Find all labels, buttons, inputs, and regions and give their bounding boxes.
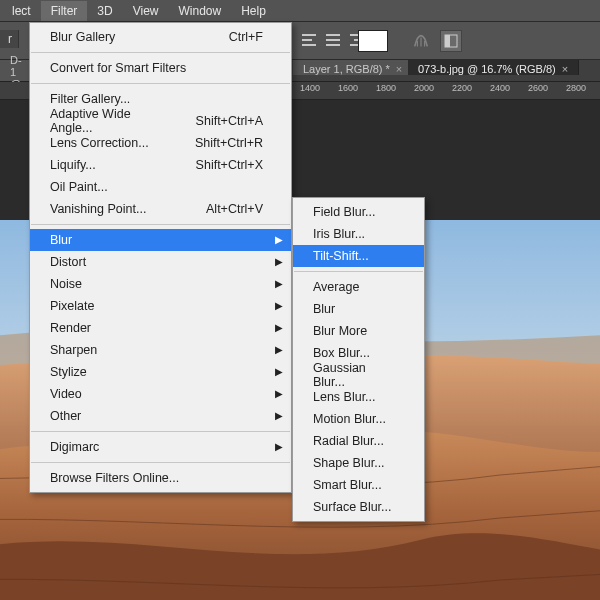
menu-separator xyxy=(31,462,290,463)
menu-item-pixelate[interactable]: Pixelate▶ xyxy=(30,295,291,317)
menu-item-browse-online[interactable]: Browse Filters Online... xyxy=(30,467,291,489)
menu-separator xyxy=(31,83,290,84)
align-left-icon[interactable] xyxy=(302,28,320,52)
menu-item-digimarc[interactable]: Digimarc▶ xyxy=(30,436,291,458)
warp-text-icon[interactable] xyxy=(412,30,430,52)
menu-item-liquify[interactable]: Liquify...Shift+Ctrl+X xyxy=(30,154,291,176)
menu-item-distort[interactable]: Distort▶ xyxy=(30,251,291,273)
menu-item-blur-more[interactable]: Blur More xyxy=(293,320,424,342)
menu-item-label: Browse Filters Online... xyxy=(50,471,179,485)
menu-item-video[interactable]: Video▶ xyxy=(30,383,291,405)
close-icon[interactable]: × xyxy=(562,63,568,75)
menu-item-render[interactable]: Render▶ xyxy=(30,317,291,339)
menu-item-field-blur[interactable]: Field Blur... xyxy=(293,201,424,223)
menu-item-label: Shape Blur... xyxy=(313,456,385,470)
menu-separator xyxy=(294,271,423,272)
menu-item-smart-blur[interactable]: Smart Blur... xyxy=(293,474,424,496)
text-align-group xyxy=(302,28,364,52)
menu-view[interactable]: View xyxy=(123,1,169,21)
blur-submenu: Field Blur... Iris Blur... Tilt-Shift...… xyxy=(292,197,425,522)
menu-window[interactable]: Window xyxy=(169,1,232,21)
ruler-tick-label: 2600 xyxy=(528,83,548,93)
menu-item-label: Noise xyxy=(50,277,82,291)
menu-item-label: Lens Blur... xyxy=(313,390,376,404)
ruler-tick-label: 2200 xyxy=(452,83,472,93)
menu-separator xyxy=(31,224,290,225)
menu-item-shortcut: Shift+Ctrl+R xyxy=(171,136,263,150)
svg-rect-1 xyxy=(445,35,450,47)
menu-item-last-filter[interactable]: Blur Gallery Ctrl+F xyxy=(30,26,291,48)
menu-item-tilt-shift[interactable]: Tilt-Shift... xyxy=(293,245,424,267)
menu-item-iris-blur[interactable]: Iris Blur... xyxy=(293,223,424,245)
menu-item-label: Video xyxy=(50,387,82,401)
menu-item-average[interactable]: Average xyxy=(293,276,424,298)
menu-item-label: Other xyxy=(50,409,81,423)
menu-separator xyxy=(31,431,290,432)
menu-item-label: Filter Gallery... xyxy=(50,92,130,106)
ruler-tick-label: 2000 xyxy=(414,83,434,93)
tab-label: 073-b.jpg @ 16.7% (RGB/8) xyxy=(418,63,556,75)
menu-item-gaussian-blur[interactable]: Gaussian Blur... xyxy=(293,364,424,386)
menu-item-label: Field Blur... xyxy=(313,205,376,219)
menu-item-label: Gaussian Blur... xyxy=(313,361,396,389)
menu-item-label: Distort xyxy=(50,255,86,269)
menu-item-blur[interactable]: Blur xyxy=(293,298,424,320)
menu-item-label: Box Blur... xyxy=(313,346,370,360)
menu-item-label: Smart Blur... xyxy=(313,478,382,492)
menu-item-label: Motion Blur... xyxy=(313,412,386,426)
menu-item-blur[interactable]: Blur▶ xyxy=(30,229,291,251)
ruler-tick-label: 2400 xyxy=(490,83,510,93)
document-tab[interactable]: D-1 @ xyxy=(0,60,30,81)
menu-item-label: Surface Blur... xyxy=(313,500,392,514)
menu-item-label: Tilt-Shift... xyxy=(313,249,369,263)
menu-item-noise[interactable]: Noise▶ xyxy=(30,273,291,295)
close-icon[interactable]: × xyxy=(396,63,402,75)
menu-item-adaptive-wide-angle[interactable]: Adaptive Wide Angle...Shift+Ctrl+A xyxy=(30,110,291,132)
ruler-tick-label: 1600 xyxy=(338,83,358,93)
menu-item-lens-correction[interactable]: Lens Correction...Shift+Ctrl+R xyxy=(30,132,291,154)
menu-item-motion-blur[interactable]: Motion Blur... xyxy=(293,408,424,430)
menu-item-sharpen[interactable]: Sharpen▶ xyxy=(30,339,291,361)
menu-bar: lect Filter 3D View Window Help xyxy=(0,0,600,22)
menu-item-convert-smart[interactable]: Convert for Smart Filters xyxy=(30,57,291,79)
menu-item-label: Blur xyxy=(313,302,335,316)
submenu-arrow-icon: ▶ xyxy=(275,410,283,421)
menu-item-label: Liquify... xyxy=(50,158,96,172)
document-tab[interactable]: 073-b.jpg @ 16.7% (RGB/8) × xyxy=(408,60,579,75)
menu-item-label: Oil Paint... xyxy=(50,180,108,194)
submenu-arrow-icon: ▶ xyxy=(275,234,283,245)
menu-item-label: Render xyxy=(50,321,91,335)
submenu-arrow-icon: ▶ xyxy=(275,344,283,355)
ruler-tick-label: 1400 xyxy=(300,83,320,93)
menu-3d[interactable]: 3D xyxy=(87,1,122,21)
menu-help[interactable]: Help xyxy=(231,1,276,21)
ruler-tick-label: 1800 xyxy=(376,83,396,93)
align-center-icon[interactable] xyxy=(324,28,342,52)
toggle-panels-icon[interactable] xyxy=(440,30,462,52)
tab-label: Layer 1, RGB/8) * xyxy=(303,63,390,75)
submenu-arrow-icon: ▶ xyxy=(275,300,283,311)
menu-item-label: Sharpen xyxy=(50,343,97,357)
submenu-arrow-icon: ▶ xyxy=(275,441,283,452)
document-tab[interactable]: Layer 1, RGB/8) * × xyxy=(293,60,413,75)
menu-item-shape-blur[interactable]: Shape Blur... xyxy=(293,452,424,474)
ruler-tick-label: 2800 xyxy=(566,83,586,93)
menu-item-label: Iris Blur... xyxy=(313,227,365,241)
menu-filter[interactable]: Filter xyxy=(41,1,88,21)
menu-item-shortcut: Shift+Ctrl+A xyxy=(172,114,263,128)
menu-select[interactable]: lect xyxy=(2,1,41,21)
menu-separator xyxy=(31,52,290,53)
menu-item-label: Pixelate xyxy=(50,299,94,313)
menu-item-other[interactable]: Other▶ xyxy=(30,405,291,427)
color-swatch[interactable] xyxy=(358,30,388,52)
menu-item-label: Adaptive Wide Angle... xyxy=(50,107,172,135)
menu-item-radial-blur[interactable]: Radial Blur... xyxy=(293,430,424,452)
menu-item-stylize[interactable]: Stylize▶ xyxy=(30,361,291,383)
menu-item-vanishing-point[interactable]: Vanishing Point...Alt+Ctrl+V xyxy=(30,198,291,220)
options-fragment: r xyxy=(0,30,19,48)
menu-item-surface-blur[interactable]: Surface Blur... xyxy=(293,496,424,518)
filter-menu: Blur Gallery Ctrl+F Convert for Smart Fi… xyxy=(29,22,292,493)
menu-item-lens-blur[interactable]: Lens Blur... xyxy=(293,386,424,408)
menu-item-oil-paint[interactable]: Oil Paint... xyxy=(30,176,291,198)
submenu-arrow-icon: ▶ xyxy=(275,322,283,333)
